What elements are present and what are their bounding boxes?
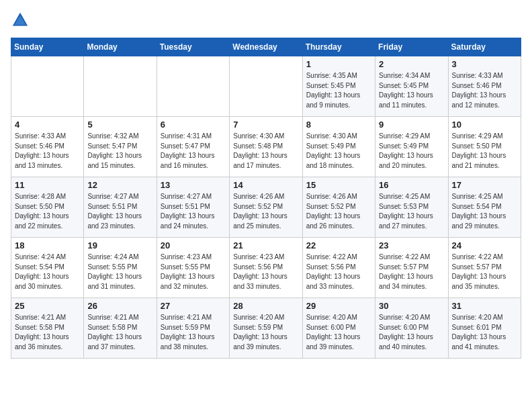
calendar-cell <box>11 56 84 117</box>
day-number: 5 <box>87 120 152 130</box>
calendar-cell: 10Sunrise: 4:29 AM Sunset: 5:50 PM Dayli… <box>448 117 521 177</box>
calendar-cell: 3Sunrise: 4:33 AM Sunset: 5:46 PM Daylig… <box>448 56 521 117</box>
day-info: Sunrise: 4:28 AM Sunset: 5:50 PM Dayligh… <box>15 192 80 231</box>
calendar-cell: 20Sunrise: 4:23 AM Sunset: 5:55 PM Dayli… <box>157 238 229 298</box>
header-cell-saturday: Saturday <box>448 38 521 56</box>
calendar-week-0: 1Sunrise: 4:35 AM Sunset: 5:45 PM Daylig… <box>11 56 521 117</box>
day-number: 2 <box>379 59 444 69</box>
day-info: Sunrise: 4:21 AM Sunset: 5:58 PM Dayligh… <box>87 313 152 352</box>
day-info: Sunrise: 4:20 AM Sunset: 5:59 PM Dayligh… <box>233 313 298 352</box>
day-info: Sunrise: 4:29 AM Sunset: 5:49 PM Dayligh… <box>379 132 444 171</box>
day-info: Sunrise: 4:27 AM Sunset: 5:51 PM Dayligh… <box>161 192 226 231</box>
day-number: 8 <box>306 120 371 130</box>
day-number: 17 <box>452 180 517 190</box>
day-info: Sunrise: 4:35 AM Sunset: 5:45 PM Dayligh… <box>306 71 371 110</box>
day-number: 23 <box>379 240 444 250</box>
day-number: 18 <box>15 240 80 250</box>
calendar-cell: 15Sunrise: 4:26 AM Sunset: 5:52 PM Dayli… <box>302 177 375 238</box>
calendar-body: 1Sunrise: 4:35 AM Sunset: 5:45 PM Daylig… <box>11 56 521 359</box>
calendar-cell: 8Sunrise: 4:30 AM Sunset: 5:49 PM Daylig… <box>302 117 375 177</box>
day-number: 30 <box>379 301 444 311</box>
day-number: 13 <box>161 180 226 190</box>
day-info: Sunrise: 4:26 AM Sunset: 5:52 PM Dayligh… <box>233 192 298 231</box>
calendar-cell: 2Sunrise: 4:34 AM Sunset: 5:45 PM Daylig… <box>375 56 448 117</box>
calendar-cell: 25Sunrise: 4:21 AM Sunset: 5:58 PM Dayli… <box>11 298 84 359</box>
day-number: 21 <box>233 240 298 250</box>
day-number: 7 <box>233 120 298 130</box>
day-number: 19 <box>87 240 152 250</box>
day-number: 15 <box>306 180 371 190</box>
calendar-cell: 6Sunrise: 4:31 AM Sunset: 5:47 PM Daylig… <box>157 117 229 177</box>
calendar-cell: 24Sunrise: 4:22 AM Sunset: 5:57 PM Dayli… <box>448 238 521 298</box>
day-info: Sunrise: 4:25 AM Sunset: 5:54 PM Dayligh… <box>452 192 517 231</box>
day-info: Sunrise: 4:24 AM Sunset: 5:54 PM Dayligh… <box>15 253 80 291</box>
day-number: 1 <box>306 59 371 69</box>
day-info: Sunrise: 4:20 AM Sunset: 6:00 PM Dayligh… <box>379 313 444 352</box>
day-info: Sunrise: 4:31 AM Sunset: 5:47 PM Dayligh… <box>161 132 226 171</box>
day-number: 29 <box>306 301 371 311</box>
day-info: Sunrise: 4:24 AM Sunset: 5:55 PM Dayligh… <box>87 253 152 291</box>
header-cell-tuesday: Tuesday <box>157 38 229 56</box>
calendar-cell: 1Sunrise: 4:35 AM Sunset: 5:45 PM Daylig… <box>302 56 375 117</box>
calendar-cell: 7Sunrise: 4:30 AM Sunset: 5:48 PM Daylig… <box>230 117 302 177</box>
day-info: Sunrise: 4:25 AM Sunset: 5:53 PM Dayligh… <box>379 192 444 231</box>
day-number: 20 <box>161 240 226 250</box>
header-row: SundayMondayTuesdayWednesdayThursdayFrid… <box>11 38 521 56</box>
calendar-cell: 21Sunrise: 4:23 AM Sunset: 5:56 PM Dayli… <box>230 238 302 298</box>
calendar-cell: 30Sunrise: 4:20 AM Sunset: 6:00 PM Dayli… <box>375 298 448 359</box>
day-number: 4 <box>15 120 80 130</box>
calendar-cell: 28Sunrise: 4:20 AM Sunset: 5:59 PM Dayli… <box>230 298 302 359</box>
day-info: Sunrise: 4:21 AM Sunset: 5:59 PM Dayligh… <box>161 313 226 352</box>
header-cell-monday: Monday <box>84 38 157 56</box>
day-info: Sunrise: 4:20 AM Sunset: 6:01 PM Dayligh… <box>452 313 517 352</box>
calendar-cell: 5Sunrise: 4:32 AM Sunset: 5:47 PM Daylig… <box>84 117 157 177</box>
calendar-cell: 16Sunrise: 4:25 AM Sunset: 5:53 PM Dayli… <box>375 177 448 238</box>
calendar-cell: 11Sunrise: 4:28 AM Sunset: 5:50 PM Dayli… <box>11 177 84 238</box>
calendar-week-2: 11Sunrise: 4:28 AM Sunset: 5:50 PM Dayli… <box>11 177 521 238</box>
day-number: 16 <box>379 180 444 190</box>
calendar-cell: 9Sunrise: 4:29 AM Sunset: 5:49 PM Daylig… <box>375 117 448 177</box>
calendar-cell: 4Sunrise: 4:33 AM Sunset: 5:46 PM Daylig… <box>11 117 84 177</box>
day-number: 27 <box>161 301 226 311</box>
calendar-cell: 22Sunrise: 4:22 AM Sunset: 5:56 PM Dayli… <box>302 238 375 298</box>
day-number: 31 <box>452 301 517 311</box>
calendar-table: SundayMondayTuesdayWednesdayThursdayFrid… <box>11 38 521 359</box>
day-info: Sunrise: 4:29 AM Sunset: 5:50 PM Dayligh… <box>452 132 517 171</box>
header-cell-sunday: Sunday <box>11 38 84 56</box>
calendar-week-1: 4Sunrise: 4:33 AM Sunset: 5:46 PM Daylig… <box>11 117 521 177</box>
header-cell-wednesday: Wednesday <box>230 38 302 56</box>
day-info: Sunrise: 4:33 AM Sunset: 5:46 PM Dayligh… <box>15 132 80 171</box>
calendar-cell: 29Sunrise: 4:20 AM Sunset: 6:00 PM Dayli… <box>302 298 375 359</box>
day-number: 9 <box>379 120 444 130</box>
calendar-cell <box>157 56 229 117</box>
day-number: 6 <box>161 120 226 130</box>
calendar-cell <box>230 56 302 117</box>
day-number: 22 <box>306 240 371 250</box>
day-info: Sunrise: 4:30 AM Sunset: 5:49 PM Dayligh… <box>306 132 371 171</box>
calendar-week-3: 18Sunrise: 4:24 AM Sunset: 5:54 PM Dayli… <box>11 238 521 298</box>
day-number: 11 <box>15 180 80 190</box>
calendar-cell: 26Sunrise: 4:21 AM Sunset: 5:58 PM Dayli… <box>84 298 157 359</box>
day-number: 24 <box>452 240 517 250</box>
day-number: 3 <box>452 59 517 69</box>
calendar-cell: 27Sunrise: 4:21 AM Sunset: 5:59 PM Dayli… <box>157 298 229 359</box>
day-info: Sunrise: 4:30 AM Sunset: 5:48 PM Dayligh… <box>233 132 298 171</box>
day-number: 28 <box>233 301 298 311</box>
day-number: 25 <box>15 301 80 311</box>
day-number: 14 <box>233 180 298 190</box>
day-info: Sunrise: 4:22 AM Sunset: 5:57 PM Dayligh… <box>379 253 444 291</box>
day-info: Sunrise: 4:32 AM Sunset: 5:47 PM Dayligh… <box>87 132 152 171</box>
day-number: 12 <box>87 180 152 190</box>
calendar-cell: 12Sunrise: 4:27 AM Sunset: 5:51 PM Dayli… <box>84 177 157 238</box>
day-number: 10 <box>452 120 517 130</box>
day-info: Sunrise: 4:22 AM Sunset: 5:57 PM Dayligh… <box>452 253 517 291</box>
day-info: Sunrise: 4:23 AM Sunset: 5:56 PM Dayligh… <box>233 253 298 291</box>
day-info: Sunrise: 4:22 AM Sunset: 5:56 PM Dayligh… <box>306 253 371 291</box>
day-number: 26 <box>87 301 152 311</box>
header-cell-thursday: Thursday <box>302 38 375 56</box>
calendar-cell: 13Sunrise: 4:27 AM Sunset: 5:51 PM Dayli… <box>157 177 229 238</box>
calendar-cell <box>84 56 157 117</box>
header-cell-friday: Friday <box>375 38 448 56</box>
calendar-week-4: 25Sunrise: 4:21 AM Sunset: 5:58 PM Dayli… <box>11 298 521 359</box>
day-info: Sunrise: 4:20 AM Sunset: 6:00 PM Dayligh… <box>306 313 371 352</box>
